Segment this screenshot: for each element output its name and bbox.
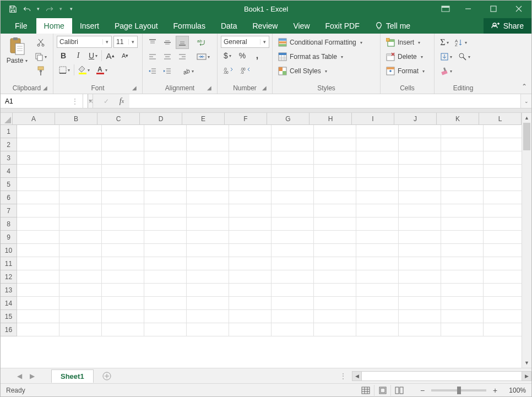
- conditional-formatting-button[interactable]: Conditional Formatting▾: [276, 36, 377, 49]
- cell[interactable]: [356, 204, 399, 217]
- cell[interactable]: [314, 284, 356, 297]
- column-header[interactable]: A: [13, 113, 55, 125]
- cell[interactable]: [484, 138, 522, 151]
- cell[interactable]: [441, 270, 484, 284]
- vertical-scrollbar[interactable]: ▲ ▼: [522, 113, 531, 368]
- scroll-track[interactable]: [522, 123, 531, 358]
- number-launcher-icon[interactable]: ◢: [261, 85, 268, 91]
- cell[interactable]: [144, 231, 187, 244]
- cell[interactable]: [314, 165, 356, 178]
- cell[interactable]: [484, 231, 522, 244]
- clear-button[interactable]: ▾: [438, 64, 454, 78]
- increase-decimal-button[interactable]: .0.00: [221, 63, 236, 77]
- cell[interactable]: [59, 178, 102, 191]
- scroll-down-icon[interactable]: ▼: [522, 358, 531, 368]
- cell[interactable]: [356, 165, 399, 178]
- cell[interactable]: [441, 165, 484, 178]
- customize-qat-icon[interactable]: ▾: [70, 6, 73, 12]
- cell[interactable]: [187, 270, 229, 284]
- row-header[interactable]: 12: [1, 270, 17, 284]
- decrease-indent-button[interactable]: [146, 64, 159, 78]
- column-header[interactable]: G: [267, 113, 310, 125]
- cell[interactable]: [314, 270, 356, 284]
- cell[interactable]: [59, 151, 102, 165]
- row-header[interactable]: 8: [1, 217, 17, 231]
- formula-bar-resize[interactable]: ⋮: [67, 94, 83, 108]
- alignment-launcher-icon[interactable]: ◢: [206, 85, 213, 91]
- select-all-corner[interactable]: [1, 113, 13, 125]
- cell[interactable]: [17, 178, 59, 191]
- cell[interactable]: [229, 191, 272, 204]
- cell[interactable]: [187, 244, 229, 257]
- column-header[interactable]: I: [352, 113, 394, 125]
- cell[interactable]: [484, 165, 522, 178]
- cell[interactable]: [314, 217, 356, 231]
- cell[interactable]: [187, 178, 229, 191]
- cell[interactable]: [229, 178, 272, 191]
- save-icon[interactable]: [8, 4, 17, 13]
- row-header[interactable]: 2: [1, 138, 17, 151]
- percent-format-button[interactable]: %: [236, 49, 249, 62]
- zoom-slider[interactable]: [431, 389, 486, 391]
- zoom-out-button[interactable]: −: [418, 386, 427, 395]
- cell[interactable]: [187, 125, 229, 138]
- cell[interactable]: [272, 310, 314, 323]
- minimize-button[interactable]: [455, 1, 481, 17]
- tell-me-button[interactable]: Tell me: [367, 18, 418, 34]
- cell[interactable]: [399, 284, 441, 297]
- cell[interactable]: [484, 125, 522, 138]
- row-header[interactable]: 5: [1, 178, 17, 191]
- sheet-nav-next-icon[interactable]: ▶: [30, 372, 35, 380]
- row-header[interactable]: 9: [1, 231, 17, 244]
- hscroll-track[interactable]: [362, 371, 522, 381]
- cell[interactable]: [399, 217, 441, 231]
- format-painter-button[interactable]: [32, 64, 49, 78]
- cell[interactable]: [229, 257, 272, 270]
- italic-button[interactable]: I: [72, 49, 85, 62]
- cell[interactable]: [59, 191, 102, 204]
- cell[interactable]: [399, 323, 441, 336]
- cell[interactable]: [484, 191, 522, 204]
- cell[interactable]: [399, 138, 441, 151]
- cell[interactable]: [272, 323, 314, 336]
- normal-view-button[interactable]: [357, 385, 374, 396]
- hscroll-right-icon[interactable]: ▶: [522, 371, 531, 381]
- cell[interactable]: [272, 244, 314, 257]
- number-format-combo[interactable]: General▾: [221, 36, 269, 48]
- tab-split-handle[interactable]: ⋮: [335, 372, 352, 380]
- row-header[interactable]: 16: [1, 323, 17, 336]
- cell[interactable]: [17, 191, 59, 204]
- cell[interactable]: [229, 204, 272, 217]
- cell[interactable]: [17, 165, 59, 178]
- expand-formula-bar-icon[interactable]: ⌄: [520, 94, 531, 108]
- cell[interactable]: [144, 284, 187, 297]
- cell[interactable]: [484, 178, 522, 191]
- cell[interactable]: [356, 323, 399, 336]
- cell[interactable]: [484, 151, 522, 165]
- tab-insert[interactable]: Insert: [72, 18, 107, 34]
- cells-area[interactable]: [17, 125, 522, 368]
- cell[interactable]: [144, 204, 187, 217]
- cell[interactable]: [59, 310, 102, 323]
- cell[interactable]: [314, 231, 356, 244]
- column-header[interactable]: H: [310, 113, 352, 125]
- cell[interactable]: [102, 231, 144, 244]
- cell[interactable]: [187, 284, 229, 297]
- cancel-formula-button[interactable]: ✕: [83, 94, 99, 108]
- share-button[interactable]: Share: [484, 18, 531, 34]
- cell[interactable]: [399, 191, 441, 204]
- cell[interactable]: [272, 284, 314, 297]
- cell[interactable]: [356, 244, 399, 257]
- cell[interactable]: [187, 217, 229, 231]
- borders-button[interactable]: ▾: [57, 63, 72, 77]
- font-color-button[interactable]: A▾: [94, 63, 110, 77]
- cell[interactable]: [314, 204, 356, 217]
- tab-foxit-pdf[interactable]: Foxit PDF: [318, 18, 367, 34]
- column-header[interactable]: K: [437, 113, 479, 125]
- page-break-view-button[interactable]: [390, 385, 407, 396]
- cell[interactable]: [272, 204, 314, 217]
- tab-home[interactable]: Home: [36, 18, 72, 34]
- cell[interactable]: [314, 297, 356, 310]
- cell[interactable]: [144, 125, 187, 138]
- cell[interactable]: [187, 297, 229, 310]
